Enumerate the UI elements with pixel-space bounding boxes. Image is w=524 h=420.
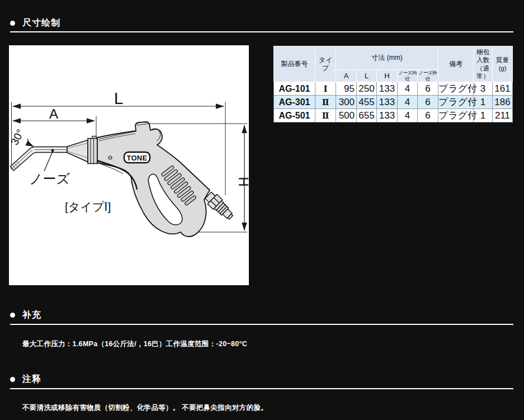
nose-tube [11, 147, 68, 171]
cell-nose-id: 4 [398, 96, 418, 109]
product-spec-page: 尺寸绘制 [0, 0, 524, 420]
cell-dim-h: 133 [377, 96, 398, 109]
dim-label-A: A [49, 106, 58, 121]
col-header-a: A [336, 70, 357, 82]
col-header-nose-od: ノーズ外径 [418, 70, 438, 82]
section-title: 注释 [22, 374, 41, 385]
mass-line2: (g) [493, 64, 512, 72]
cell-mass: 211 [493, 109, 513, 122]
section-header-supplement: 补充 [10, 309, 41, 321]
nose-label: ノーズ [29, 171, 70, 186]
cell-remarks: プラグ付 [438, 109, 474, 122]
cell-model: AG-301 [274, 96, 315, 109]
section-header-notes: 注释 [10, 374, 41, 385]
cell-type: Ⅱ [315, 109, 336, 122]
table-row: AG-101 Ⅰ 95 250 133 4 6 プラグ付 3 161 [274, 82, 513, 96]
col-header-nose-id: ノーズ内径 [398, 70, 418, 82]
cell-dim-l: 655 [357, 109, 377, 122]
divider [10, 31, 513, 32]
cell-model: AG-101 [274, 82, 315, 96]
col-header-mass: 質量 (g) [493, 46, 513, 82]
notes-text: 不要清洗或移除有害物质（切割粉、化学品等）。 不要把鼻尖指向对方的脸。 [22, 403, 268, 413]
cell-type: Ⅰ [315, 82, 336, 96]
col-header-h: H [377, 70, 398, 82]
tone-logo: TONE [124, 152, 150, 163]
cell-mass: 161 [493, 82, 513, 96]
cell-mass: 186 [493, 96, 513, 109]
cell-nose-od: 6 [418, 96, 438, 109]
divider [10, 324, 513, 325]
cell-dim-l: 455 [357, 96, 377, 109]
cell-dim-l: 250 [357, 82, 377, 96]
section-title: 尺寸绘制 [22, 17, 60, 29]
cell-model: AG-501 [274, 109, 315, 122]
col-header-pack-qty: 梱包 入数 （通常） [474, 46, 493, 82]
table-row: AG-501 Ⅱ 500 655 133 4 6 プラグ付 1 211 [274, 109, 513, 122]
cell-nose-od: 6 [418, 82, 438, 96]
divider [10, 388, 513, 389]
pack-line2: 入数 [474, 56, 492, 64]
tone-logo-text: TONE [126, 154, 147, 162]
cell-dim-h: 133 [377, 82, 398, 96]
angle-arrow [27, 139, 34, 147]
cell-remarks: プラグ付 [438, 82, 474, 96]
cell-nose-od: 6 [418, 109, 438, 122]
bullet-icon [10, 21, 15, 26]
dimension-drawing: TONE L A H 30° ノーズ [タイプⅠ] [9, 45, 249, 285]
bullet-icon [10, 377, 15, 382]
section-title: 补充 [22, 309, 41, 321]
spec-table: 製品番号 タイプ 寸法 (mm) 備考 梱包 入数 （通常） 質量 (g) A … [273, 46, 513, 122]
cell-nose-id: 4 [398, 82, 418, 96]
col-header-remarks: 備考 [438, 46, 474, 82]
cell-dim-a: 500 [336, 109, 357, 122]
cell-dim-a: 95 [336, 82, 357, 96]
cell-dim-a: 300 [336, 96, 357, 109]
mass-line1: 質量 [493, 56, 512, 64]
cell-dim-h: 133 [377, 109, 398, 122]
cell-type: Ⅱ [315, 96, 336, 109]
bullet-icon [10, 313, 15, 318]
section-header-dimensions: 尺寸绘制 [10, 17, 60, 29]
cell-remarks: プラグ付 [438, 96, 474, 109]
nose-leader-dot [51, 149, 54, 152]
col-header-type: タイプ [315, 46, 336, 82]
dim-label-H: H [236, 177, 249, 186]
pack-line3: （通常） [474, 64, 492, 81]
table-row: AG-301 Ⅱ 300 455 133 4 6 プラグ付 1 186 [274, 96, 513, 109]
air-coupler [204, 191, 236, 223]
pack-line1: 梱包 [474, 48, 492, 56]
cell-nose-id: 4 [398, 109, 418, 122]
nose-leader-line [44, 152, 53, 171]
blow-gun-drawing: TONE L A H 30° ノーズ [タイプⅠ] [9, 45, 249, 285]
col-header-dimensions-group: 寸法 (mm) [336, 46, 438, 70]
col-header-model: 製品番号 [274, 46, 315, 82]
gun-body [97, 122, 210, 237]
nozzle-cone [67, 136, 97, 164]
supplement-text: 最大工作压力：1.6MPa（16公斤法/，16巴）工作温度范围：-20~80°C [22, 339, 247, 349]
type-label: [タイプⅠ] [65, 200, 111, 213]
dim-label-L: L [114, 89, 124, 107]
col-header-l: L [357, 70, 377, 82]
